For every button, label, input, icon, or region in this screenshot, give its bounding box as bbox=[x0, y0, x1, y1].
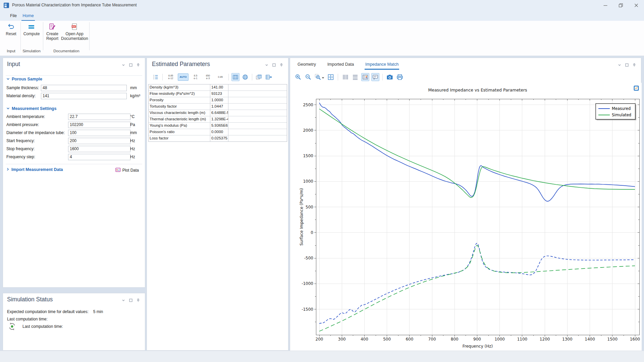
parameter-name-cell: Poisson's ratio bbox=[149, 129, 210, 135]
zoom-extents-icon[interactable] bbox=[327, 73, 335, 81]
section-porous-sample[interactable]: Porous Sample bbox=[6, 77, 42, 81]
chevron-right-icon bbox=[6, 167, 9, 172]
compute-button[interactable]: Compute bbox=[21, 21, 42, 36]
start-frequency-input[interactable]: 200 bbox=[68, 138, 130, 144]
full-precision-table-icon[interactable] bbox=[231, 73, 239, 81]
collapse-panel-button[interactable] bbox=[121, 63, 125, 67]
pin-panel-button[interactable] bbox=[136, 298, 140, 302]
parameter-name-cell: Loss factor bbox=[149, 135, 210, 141]
collapse-panel-button[interactable] bbox=[121, 298, 125, 302]
plot-data-button[interactable]: Plot Data bbox=[115, 167, 139, 173]
table-row[interactable]: Porosity1.0000 bbox=[149, 97, 287, 104]
legend-toggle-icon[interactable] bbox=[361, 73, 369, 81]
parameter-extra-cell bbox=[228, 84, 287, 90]
row-index-icon[interactable] bbox=[152, 73, 160, 81]
float-panel-button[interactable] bbox=[272, 63, 276, 67]
units-sphere-icon[interactable] bbox=[241, 73, 249, 81]
print-icon[interactable] bbox=[396, 73, 404, 81]
sample-thickness-unit: mm bbox=[130, 85, 137, 90]
create-report-button[interactable]: Create Report bbox=[44, 21, 61, 41]
chevron-down-icon bbox=[6, 77, 10, 81]
collapse-panel-button[interactable] bbox=[264, 63, 269, 67]
tab-imported-data[interactable]: Imported Data bbox=[327, 61, 355, 70]
parameter-extra-cell bbox=[228, 129, 287, 135]
parameter-value-cell[interactable]: 1.0447 bbox=[210, 104, 228, 110]
impedance-chart[interactable]: 2003004005006007008009001000110012001300… bbox=[290, 83, 642, 351]
parameter-value-cell[interactable]: 141.00 bbox=[210, 84, 228, 90]
pin-panel-button[interactable] bbox=[279, 63, 283, 67]
restore-button[interactable] bbox=[613, 0, 629, 11]
ambient-pressure-input[interactable]: 102200 bbox=[68, 122, 130, 128]
sample-thickness-input[interactable]: 48 bbox=[41, 85, 127, 91]
parameter-extra-cell bbox=[228, 104, 287, 110]
graphics-panel: GeometryImported DataImpedance Match 200… bbox=[290, 58, 641, 351]
zoom-out-icon[interactable] bbox=[304, 73, 312, 81]
table-row[interactable]: Flow resistivity (Pa*s/m^2)93123 bbox=[149, 91, 287, 97]
table-row[interactable]: Young's modulus (Pa)5.9365E6 bbox=[149, 123, 287, 129]
float-panel-button[interactable] bbox=[128, 298, 133, 302]
reset-button[interactable]: Reset bbox=[2, 21, 20, 36]
chevron-down-icon[interactable] bbox=[322, 74, 324, 80]
export-table-icon[interactable] bbox=[265, 73, 273, 81]
precision-0-85-button[interactable]: 0.85 bbox=[215, 73, 226, 81]
tab-file[interactable]: File bbox=[7, 12, 19, 20]
precision-8-5e-1-button[interactable]: 8.5e-1 bbox=[190, 73, 201, 81]
tab-impedance-match[interactable]: Impedance Match bbox=[365, 61, 399, 70]
section-import-measurement-data[interactable]: Import Measurement Data bbox=[6, 167, 63, 172]
snapshot-camera-icon[interactable] bbox=[386, 73, 394, 81]
tooltip-toggle-icon[interactable] bbox=[371, 73, 379, 81]
precision-8-85e-12-button[interactable]: 8.85e-12 bbox=[165, 73, 176, 81]
collapse-panel-button[interactable] bbox=[617, 63, 622, 67]
table-row[interactable]: Viscous characteristic length (m)6.6488E… bbox=[149, 110, 287, 116]
x-axis-grid-icon[interactable] bbox=[341, 73, 349, 81]
table-row[interactable]: Tortuosity factor1.0447 bbox=[149, 104, 287, 110]
parameter-value-cell[interactable]: 1.0000 bbox=[210, 97, 228, 103]
frequency-step-input[interactable]: 4 bbox=[68, 154, 130, 160]
parameter-value-cell[interactable]: 0.0000 bbox=[210, 129, 228, 135]
copy-table-icon[interactable] bbox=[255, 73, 263, 81]
y-axis-grid-icon[interactable] bbox=[351, 73, 359, 81]
tab-geometry[interactable]: Geometry bbox=[297, 61, 317, 70]
svg-text:1000: 1000 bbox=[303, 179, 313, 184]
open-app-documentation-button[interactable]: PDF Open App Documentation bbox=[61, 21, 88, 41]
svg-text:1000: 1000 bbox=[494, 337, 505, 342]
parameter-extra-cell bbox=[228, 135, 287, 141]
precision-auto-button[interactable]: AUTO bbox=[178, 73, 189, 81]
pin-panel-button[interactable] bbox=[136, 63, 140, 67]
parameter-value-cell[interactable]: 6.6488E-5 bbox=[210, 110, 228, 116]
material-density-input[interactable]: 141 bbox=[41, 93, 127, 99]
zoom-box-icon[interactable] bbox=[314, 73, 325, 81]
section-measurement-settings[interactable]: Measurement Settings bbox=[6, 106, 56, 111]
table-row[interactable]: Density (kg/m^3)141.00 bbox=[149, 84, 287, 91]
parameter-value-cell[interactable]: 1.3298E-4 bbox=[210, 116, 228, 122]
diameter-of-the-impedance-tube-unit: mm bbox=[130, 130, 137, 135]
float-panel-button[interactable] bbox=[625, 63, 629, 67]
minimize-button[interactable] bbox=[598, 0, 613, 11]
table-row[interactable]: Loss factor0.025375 bbox=[149, 135, 287, 141]
float-panel-button[interactable] bbox=[128, 63, 133, 67]
zoom-in-icon[interactable] bbox=[294, 73, 302, 81]
diameter-of-the-impedance-tube-input[interactable]: 100 bbox=[68, 130, 130, 136]
app-icon bbox=[3, 2, 9, 8]
svg-text:-1500: -1500 bbox=[302, 307, 313, 312]
open-plot-window-icon[interactable] bbox=[634, 85, 639, 91]
ribbon-tab-row: File Home bbox=[0, 11, 644, 21]
precision-850e-3-button[interactable]: 850e-3 bbox=[203, 73, 213, 81]
stop-frequency-input[interactable]: 1600 bbox=[68, 146, 130, 152]
parameter-value-cell[interactable]: 0.025375 bbox=[210, 135, 228, 141]
estimated-parameters-toolbar: 8.85e-12AUTO8.5e-1850e-30.85 bbox=[152, 73, 273, 81]
pin-panel-button[interactable] bbox=[632, 63, 636, 67]
table-row[interactable]: Poisson's ratio0.0000 bbox=[149, 129, 287, 135]
ambient-pressure-unit: Pa bbox=[130, 122, 135, 127]
table-row[interactable]: Thermal characteristic length (m)1.3298E… bbox=[149, 116, 287, 123]
tab-home[interactable]: Home bbox=[21, 12, 35, 21]
parameter-value-cell[interactable]: 5.9365E6 bbox=[210, 123, 228, 129]
impedance-match-plot[interactable]: 2003004005006007008009001000110012001300… bbox=[290, 83, 642, 351]
svg-text:Measured Impedance vs Estimate: Measured Impedance vs Estimated Paramete… bbox=[428, 87, 527, 93]
ambient-temperature-input[interactable]: 22.7 bbox=[68, 114, 130, 120]
parameter-value-cell[interactable]: 93123 bbox=[210, 91, 228, 97]
title-bar: Porous Material Characterization from Im… bbox=[0, 0, 644, 11]
material-density-label: Material density: bbox=[6, 94, 36, 98]
status-bar bbox=[0, 351, 644, 362]
close-button[interactable] bbox=[629, 0, 644, 11]
